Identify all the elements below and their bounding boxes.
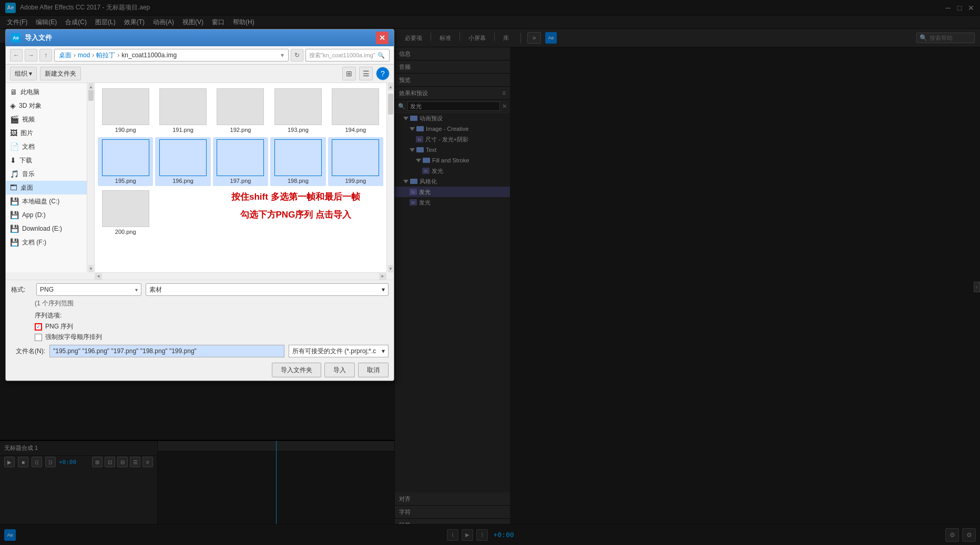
nav-drive-e[interactable]: 💾 Download (E:) (6, 222, 87, 235)
organize-button[interactable]: 组织 ▾ (10, 67, 37, 80)
file-scrollbar[interactable]: ▲ ▼ (386, 83, 394, 272)
file-name-194: 194.png (345, 127, 366, 133)
file-name-193: 193.png (288, 127, 309, 133)
file-item-197[interactable]: 197.png (213, 137, 268, 186)
import-as-dropdown-icon: ▾ (382, 286, 385, 293)
horiz-scroll-right[interactable]: ► (379, 273, 386, 280)
import-folder-label: 导入文件夹 (281, 366, 312, 375)
nav-images[interactable]: 🖼 图片 (6, 126, 87, 140)
format-label: 格式: (11, 285, 32, 294)
file-item-199[interactable]: 199.png (328, 137, 383, 186)
nav-drive-c[interactable]: 💾 本地磁盘 (C:) (6, 194, 87, 208)
nav-docs[interactable]: 📄 文档 (6, 140, 87, 153)
file-name-199: 199.png (345, 178, 366, 184)
cancel-button[interactable]: 取消 (358, 363, 389, 377)
file-thumb-197 (217, 139, 264, 176)
dialog-buttons: 导入文件夹 导入 取消 (11, 361, 389, 377)
dialog-close-button[interactable]: ✕ (376, 32, 389, 44)
forward-button[interactable]: → (25, 49, 37, 61)
file-name-196: 196.png (172, 178, 193, 184)
import-as-select[interactable]: 素材 ▾ (146, 283, 389, 296)
file-thumb-199 (332, 139, 379, 176)
nav-computer[interactable]: 🖥 此电脑 (6, 85, 87, 99)
file-item-200[interactable]: 200.png (98, 188, 153, 237)
nav-desktop[interactable]: 🗔 桌面 (6, 181, 87, 194)
addr-part-mod: mod (78, 52, 90, 59)
nav-drive-f[interactable]: 💾 文档 (F:) (6, 235, 87, 249)
file-dialog: Ae 导入文件 ✕ ← → ↑ 桌面 › mod › 帕拉丁 › kn_coat… (5, 29, 394, 381)
file-item-192[interactable]: 192.png (213, 86, 268, 135)
import-button[interactable]: 导入 (324, 363, 355, 377)
cancel-label: 取消 (367, 366, 380, 375)
view-list-button[interactable]: ⊞ (342, 67, 356, 80)
nav-docs-label: 文档 (22, 142, 35, 151)
nav-video-label: 视频 (22, 115, 35, 124)
new-folder-label: 新建文件夹 (45, 69, 76, 78)
file-name-191: 191.png (172, 127, 193, 133)
nav-download[interactable]: ⬇ 下载 (6, 153, 87, 167)
file-item-198[interactable]: 198.png (270, 137, 325, 186)
nav-3d[interactable]: ◈ 3D 对象 (6, 99, 87, 112)
nav-scroll-down[interactable]: ▼ (88, 265, 94, 272)
file-scroll-down[interactable]: ▼ (388, 265, 393, 272)
up-button[interactable]: ↑ (39, 49, 52, 61)
nav-video[interactable]: 🎬 视频 (6, 112, 87, 126)
file-item-194[interactable]: 194.png (328, 86, 383, 135)
dialog-bottom: 格式: PNG ▾ 素材 ▾ (1 个序列范围 序列选项: PNG (6, 280, 394, 381)
file-thumb-191 (159, 88, 207, 125)
nav-scrollbar[interactable]: ▲ ▼ (87, 83, 95, 272)
drive-d-icon: 💾 (10, 211, 19, 219)
file-item-191[interactable]: 191.png (155, 86, 210, 135)
nav-drive-e-label: Download (E:) (22, 225, 62, 232)
import-folder-button[interactable]: 导入文件夹 (272, 363, 321, 377)
nav-music[interactable]: 🎵 音乐 (6, 167, 87, 181)
file-thumb-200 (102, 190, 149, 227)
horiz-scroll-left[interactable]: ◄ (95, 273, 102, 280)
images-icon: 🖼 (10, 129, 17, 137)
addr-sep-3: › (117, 52, 119, 59)
refresh-button[interactable]: ↻ (291, 49, 303, 61)
addr-part-file: kn_coat11000a.img (121, 52, 177, 59)
address-search[interactable]: 搜索"kn_coat11000a.img" 🔍 (305, 49, 390, 61)
import-label: 导入 (333, 366, 346, 375)
alphabetical-checkbox[interactable] (35, 334, 42, 341)
alphabetical-label: 强制按字母顺序排列 (45, 333, 102, 342)
view-details-button[interactable]: ☰ (359, 67, 373, 80)
file-thumb-190 (102, 88, 149, 125)
file-thumb-198 (274, 139, 322, 176)
download-icon: ⬇ (10, 156, 16, 164)
desktop-icon: 🗔 (10, 183, 17, 192)
file-item-190[interactable]: 190.png (98, 86, 153, 135)
nav-drive-d[interactable]: 💾 App (D:) (6, 208, 87, 222)
addr-sep-1: › (74, 52, 76, 59)
format-row: 格式: PNG ▾ 素材 ▾ (11, 283, 389, 296)
file-item-195[interactable]: 195.png (98, 137, 153, 186)
dialog-app-icon: Ae (11, 33, 21, 43)
file-item-193[interactable]: 193.png (270, 86, 325, 135)
filetype-select[interactable]: 所有可接受的文件 (*.prproj;*.c ▾ (289, 345, 389, 357)
png-sequence-option: PNG 序列 (35, 322, 389, 331)
filename-label: 文件名(N): (11, 347, 45, 356)
address-path[interactable]: 桌面 › mod › 帕拉丁 › kn_coat11000a.img ▾ (54, 49, 289, 61)
addr-dropdown-icon[interactable]: ▾ (281, 52, 284, 59)
format-value: PNG (40, 286, 54, 293)
sequence-options-section: 序列选项: PNG 序列 强制按字母顺序排列 (35, 311, 389, 342)
horiz-scrollbar[interactable]: ◄ ► (95, 272, 386, 280)
help-icon-btn[interactable]: ? (376, 67, 390, 80)
dialog-title: 导入文件 (25, 33, 376, 43)
file-name-192: 192.png (230, 127, 251, 133)
organize-label: 组织 ▾ (15, 69, 32, 78)
file-item-196[interactable]: 196.png (155, 137, 210, 186)
nav-download-label: 下载 (19, 156, 32, 165)
nav-scroll-up[interactable]: ▲ (88, 83, 94, 90)
new-folder-button[interactable]: 新建文件夹 (40, 67, 81, 80)
back-button[interactable]: ← (10, 49, 23, 61)
format-select[interactable]: PNG ▾ (36, 283, 141, 296)
file-scroll-up[interactable]: ▲ (388, 83, 393, 90)
file-name-197: 197.png (230, 178, 251, 184)
file-thumb-194 (332, 88, 379, 125)
file-grid: 190.png 191.png 192.png 193.png (95, 83, 394, 240)
png-sequence-checkbox[interactable] (35, 323, 42, 331)
filename-input[interactable] (49, 345, 284, 357)
filename-row: 文件名(N): 所有可接受的文件 (*.prproj;*.c ▾ (11, 345, 389, 357)
